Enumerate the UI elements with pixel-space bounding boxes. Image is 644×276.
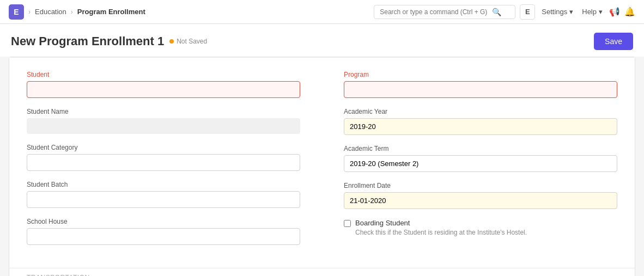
search-bar[interactable]: 🔍 [374,5,515,19]
student-batch-group: Student Batch [27,181,300,208]
school-house-group: School House [27,218,300,245]
not-saved-label: Not Saved [177,38,207,45]
student-name-group: Student Name [27,108,300,134]
student-input[interactable] [27,81,300,98]
app-icon: E [9,4,24,20]
transportation-label: TRANSPORTATION [27,274,90,276]
form-wrapper: Student Student Name Student Category [9,57,635,276]
school-house-label: School House [27,218,300,225]
academic-year-label: Academic Year [344,108,617,115]
student-category-group: Student Category [27,144,300,171]
boarding-student-checkbox[interactable] [344,220,351,227]
save-button[interactable]: Save [594,33,633,50]
not-saved-dot [169,39,174,44]
breadcrumb-education[interactable]: Education [35,8,66,16]
section-bottom: TRANSPORTATION [9,268,635,276]
academic-term-group: Academic Term [344,145,617,172]
academic-year-input[interactable] [344,118,617,135]
breadcrumb-program-enrollment: Program Enrollment [77,8,145,16]
page-title: New Program Enrollment 1 [11,34,164,48]
page-title-group: New Program Enrollment 1 Not Saved [11,34,207,48]
search-icon: 🔍 [492,8,501,16]
user-icon-btn[interactable]: E [520,4,535,20]
form-grid: Student Student Name Student Category [27,71,617,255]
breadcrumb-chevron-1: › [28,8,31,16]
boarding-checkbox-group: Boarding Student Check this if the Stude… [344,219,617,236]
student-batch-label: Student Batch [27,181,300,188]
breadcrumb-chevron-2: › [71,8,73,16]
student-category-input[interactable] [27,154,300,171]
academic-year-group: Academic Year [344,108,617,135]
boarding-student-group: Boarding Student Check this if the Stude… [344,219,617,236]
boarding-student-label[interactable]: Boarding Student [355,219,410,227]
settings-button[interactable]: Settings ▾ [539,7,575,17]
help-chevron-icon: ▾ [599,8,603,16]
help-label: Help [582,8,597,16]
not-saved-badge: Not Saved [169,38,207,45]
program-label: Program [344,71,617,78]
program-input[interactable] [344,81,617,98]
left-column: Student Student Name Student Category [27,71,300,255]
right-column: Program Academic Year Academic Term [344,71,617,255]
main-content: Student Student Name Student Category [0,57,644,276]
enrollment-date-input[interactable] [344,192,617,209]
student-label: Student [27,71,300,78]
topnav: E › Education › Program Enrollment 🔍 E S… [0,0,644,24]
settings-label: Settings [542,8,567,16]
student-name-label: Student Name [27,108,300,115]
student-batch-input[interactable] [27,191,300,208]
student-category-label: Student Category [27,144,300,151]
program-group: Program [344,71,617,98]
announcement-icon[interactable]: 📢 [609,7,620,17]
academic-term-label: Academic Term [344,145,617,152]
enrollment-date-group: Enrollment Date [344,182,617,209]
boarding-student-desc: Check this if the Student is residing at… [355,229,527,236]
help-button[interactable]: Help ▾ [580,7,605,17]
page-header: New Program Enrollment 1 Not Saved Save [0,24,644,57]
student-name-input [27,118,300,134]
student-group: Student [27,71,300,98]
settings-chevron-icon: ▾ [569,8,573,16]
academic-term-input[interactable] [344,155,617,172]
search-input[interactable] [380,8,489,16]
school-house-input[interactable] [27,228,300,245]
enrollment-date-label: Enrollment Date [344,182,617,189]
form-area: Student Student Name Student Category [9,57,635,268]
notification-icon[interactable]: 🔔 [624,7,635,17]
